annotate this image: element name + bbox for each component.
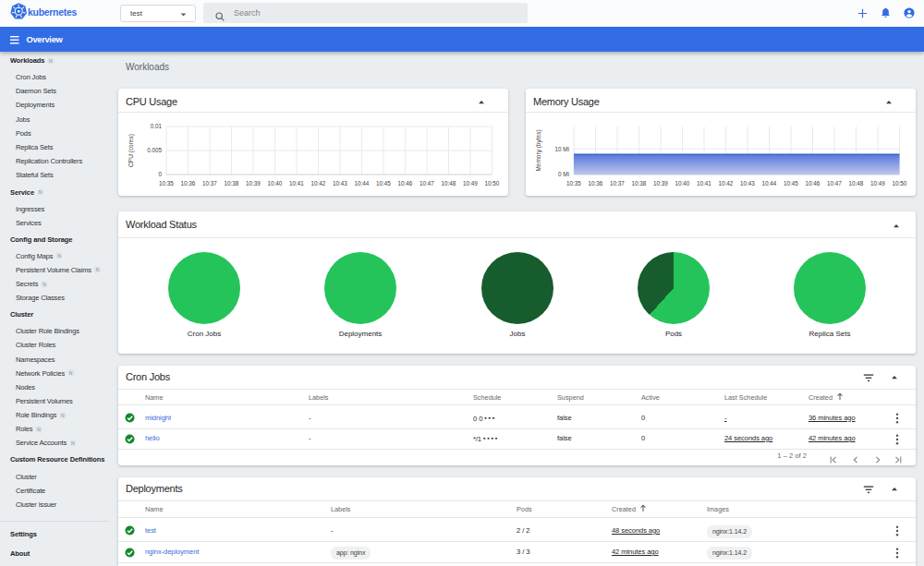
svg-text:10:36: 10:36 (589, 180, 603, 187)
svg-text:10:45: 10:45 (376, 180, 391, 187)
svg-text:10:35: 10:35 (159, 180, 174, 187)
svg-text:0.01: 0.01 (151, 123, 163, 129)
svg-text:10:43: 10:43 (740, 180, 755, 187)
svg-text:10:50: 10:50 (485, 180, 500, 187)
svg-text:10:35: 10:35 (566, 180, 581, 187)
svg-text:10:47: 10:47 (419, 180, 434, 187)
svg-text:10:46: 10:46 (398, 180, 413, 187)
svg-text:10:39: 10:39 (246, 180, 261, 187)
svg-text:10:48: 10:48 (442, 180, 456, 187)
svg-text:10:40: 10:40 (675, 180, 690, 187)
svg-text:10:45: 10:45 (784, 180, 798, 187)
svg-text:10:50: 10:50 (893, 180, 907, 187)
svg-text:10:38: 10:38 (225, 180, 239, 187)
svg-text:10:47: 10:47 (827, 180, 842, 187)
svg-text:10:42: 10:42 (311, 180, 326, 187)
svg-text:10:41: 10:41 (697, 180, 711, 187)
svg-text:CPU (cores): CPU (cores) (128, 134, 135, 167)
svg-text:10:37: 10:37 (202, 180, 217, 187)
svg-text:0.005: 0.005 (147, 147, 162, 153)
svg-text:10:48: 10:48 (849, 180, 864, 187)
svg-text:10:40: 10:40 (268, 180, 283, 187)
svg-text:Memory (bytes): Memory (bytes) (535, 129, 542, 171)
svg-text:10:44: 10:44 (355, 180, 370, 187)
svg-text:10:42: 10:42 (719, 180, 734, 187)
svg-text:10:39: 10:39 (653, 180, 668, 187)
svg-text:10:38: 10:38 (632, 180, 647, 187)
svg-text:10:37: 10:37 (610, 180, 625, 187)
svg-text:10:36: 10:36 (181, 180, 196, 187)
svg-text:10:41: 10:41 (289, 180, 304, 187)
svg-text:0: 0 (158, 171, 162, 177)
svg-text:10:43: 10:43 (333, 180, 347, 187)
svg-text:10 Mi: 10 Mi (555, 146, 569, 152)
svg-text:10:44: 10:44 (762, 180, 777, 187)
svg-text:10:49: 10:49 (870, 180, 885, 187)
svg-text:10:46: 10:46 (806, 180, 821, 187)
svg-text:10:49: 10:49 (463, 180, 478, 187)
svg-text:0 Mi: 0 Mi (558, 171, 569, 177)
